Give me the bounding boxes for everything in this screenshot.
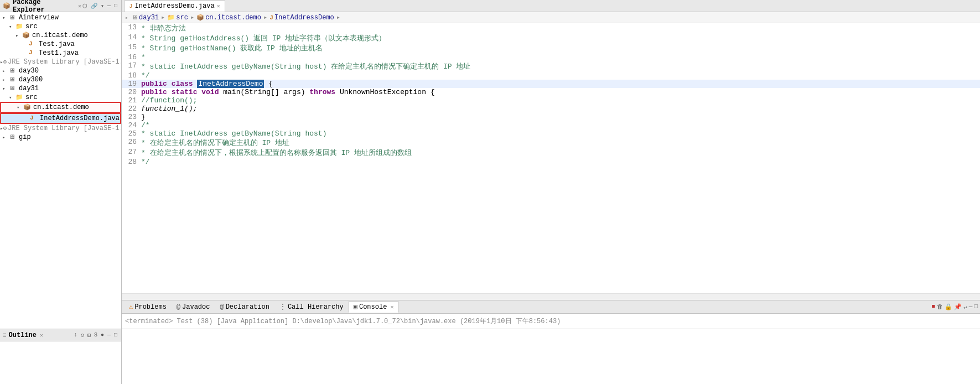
line-number: 24: [122, 121, 141, 129]
tree-label: JRE System Library [JavaSE-1.7]: [8, 58, 121, 66]
panel-title-icons: ⬡ 🔗 ▾ — □: [81, 2, 118, 10]
minimize-btn[interactable]: —: [106, 2, 112, 9]
breadcrumb-file[interactable]: InetAddressDemo: [274, 14, 334, 22]
outline-fields-btn[interactable]: ⊞: [86, 331, 92, 339]
line-number: 19: [122, 80, 141, 88]
tree-item-jre1[interactable]: ▸ ⚙ JRE System Library [JavaSE-1.7]: [0, 58, 121, 66]
java-file-icon: J: [30, 115, 39, 122]
tree-arrow: ▾: [2, 15, 9, 21]
scroll-lock-btn[interactable]: 🔒: [945, 303, 952, 310]
package-icon: 📦: [3, 2, 11, 9]
line-number: 26: [122, 138, 141, 148]
code-line-18: 18 */: [122, 71, 980, 80]
outline-titlebar: ≡ Outline ✕ ↕ ⊖ ⊞ S ● — □: [0, 329, 121, 341]
line-number: 14: [122, 33, 141, 43]
outline-close-icon[interactable]: ✕: [40, 332, 43, 339]
outline-static-btn[interactable]: S: [93, 331, 98, 339]
tree-item-cn-itcast-demo2-highlighted[interactable]: ▾ 📦 cn.itcast.demo: [0, 102, 121, 113]
tab-problems-label: Problems: [134, 303, 167, 311]
word-wrap-btn[interactable]: ↵: [963, 303, 967, 310]
tab-call-hierarchy[interactable]: ⋮ Call Hierarchy: [274, 301, 349, 313]
tree-arrow: ▸: [15, 33, 22, 39]
tree-item-inetaddressdemo[interactable]: ▸ J InetAddressDemo.java: [0, 113, 121, 124]
breadcrumb-pkg-icon: 📦: [196, 14, 204, 21]
code-content: *: [141, 53, 980, 61]
tab-javadoc[interactable]: @ Javadoc: [172, 302, 215, 313]
tree-item-day31[interactable]: ▾ 🖥 day31: [0, 84, 121, 93]
tree-arrow: ▸: [2, 134, 9, 141]
code-content: * 在给定主机名的情况下确定主机的 IP 地址: [141, 138, 980, 148]
outline-maximize-btn[interactable]: □: [113, 331, 118, 339]
tree-item-test1-java[interactable]: ▸ J Test1.java: [0, 49, 121, 58]
tree-label: Ainterview: [19, 14, 59, 22]
tree-label: src: [25, 94, 38, 101]
line-number: 13: [122, 23, 141, 33]
outline-nonpublic-btn[interactable]: ●: [100, 331, 105, 339]
horizontal-scrollbar[interactable]: [122, 293, 980, 300]
tree-item-src2[interactable]: ▾ 📁 src: [0, 93, 121, 102]
code-area[interactable]: 13 * 非静态方法 14 * String getHostAddress() …: [122, 23, 980, 293]
line-number: 28: [122, 158, 141, 166]
project-icon: 🖥: [9, 14, 18, 22]
tab-console[interactable]: ▣ Console ✕: [349, 301, 399, 313]
breadcrumb-day31[interactable]: day31: [139, 14, 159, 22]
outline-sort-btn[interactable]: ↕: [73, 331, 79, 339]
view-menu-btn[interactable]: ▾: [100, 2, 105, 10]
tree-item-ainterview[interactable]: ▾ 🖥 Ainterview: [0, 13, 121, 22]
tree-item-gip[interactable]: ▸ 🖥 gip: [0, 133, 121, 142]
breadcrumb-day31-icon: 🖥: [132, 14, 138, 21]
tree-item-day30[interactable]: ▸ 🖥 day30: [0, 66, 121, 75]
tree-label: day31: [19, 85, 39, 92]
folder-icon: 📁: [15, 23, 24, 30]
code-content: function_1();: [141, 105, 980, 113]
tree-label: src: [25, 23, 38, 30]
outline-filter-btn[interactable]: ⊖: [80, 331, 85, 339]
code-line-13: 13 * 非静态方法: [122, 23, 980, 33]
tab-close-btn[interactable]: ✕: [217, 3, 220, 9]
problems-icon: ⚠: [129, 303, 133, 311]
tree-item-cn-itcast-demo1[interactable]: ▸ 📦 cn.itcast.demo: [0, 31, 121, 40]
tree-label: day30: [19, 67, 39, 75]
line-number: 21: [122, 96, 141, 105]
tree-item-day300[interactable]: ▸ 🖥 day300: [0, 75, 121, 84]
code-content: * 在给定主机名的情况下，根据系统上配置的名称服务返回其 IP 地址所组成的数组: [141, 148, 980, 158]
breadcrumb-sep1: ▸: [161, 13, 165, 22]
bottom-tab-toolbar: ■ 🗑 🔒 📌 ↵ — □: [932, 303, 978, 310]
stop-btn[interactable]: ■: [932, 303, 936, 310]
code-line-24: 24 /*: [122, 121, 980, 129]
link-editor-btn[interactable]: 🔗: [90, 2, 98, 10]
package-icon: 📦: [23, 103, 32, 111]
bottom-tabs: ⚠ Problems @ Javadoc @ Declaration ⋮ Cal…: [122, 300, 980, 313]
editor-tab-inetaddressdemo[interactable]: J InetAddressDemo.java ✕: [124, 1, 225, 12]
maximize-view-btn[interactable]: □: [974, 303, 978, 310]
code-content: */: [141, 71, 980, 80]
minimize-view-btn[interactable]: —: [969, 303, 973, 310]
maximize-btn[interactable]: □: [113, 2, 118, 9]
line-number: 27: [122, 148, 141, 158]
tab-title: InetAddressDemo.java: [135, 2, 215, 10]
code-content: }: [141, 113, 980, 121]
tree-item-src1[interactable]: ▾ 📁 src: [0, 22, 121, 31]
line-number: 16: [122, 53, 141, 61]
code-line-19: 19 public class InetAddressDemo {: [122, 80, 980, 88]
code-content: * 非静态方法: [141, 23, 980, 33]
console-close-icon[interactable]: ✕: [390, 304, 393, 310]
code-line-14: 14 * String getHostAddress() 返回 IP 地址字符串…: [122, 33, 980, 43]
outline-minimize-btn[interactable]: —: [106, 331, 112, 339]
pin-btn[interactable]: 📌: [954, 303, 962, 310]
tab-console-label: Console: [359, 303, 387, 311]
breadcrumb-src[interactable]: src: [176, 14, 188, 22]
tab-declaration[interactable]: @ Declaration: [215, 302, 274, 313]
tab-problems[interactable]: ⚠ Problems: [124, 301, 172, 313]
code-content: * String getHostAddress() 返回 IP 地址字符串（以文…: [141, 33, 980, 43]
collapse-all-btn[interactable]: ⬡: [81, 2, 89, 10]
breadcrumb-pkg[interactable]: cn.itcast.demo: [205, 14, 261, 22]
tree-item-jre2[interactable]: ▸ ⚙ JRE System Library [JavaSE-1.7]: [0, 124, 121, 133]
project-icon: 🖥: [9, 76, 18, 84]
outline-panel-icons: ↕ ⊖ ⊞ S ● — □: [73, 331, 118, 339]
tree-item-test-java[interactable]: ▸ J Test.java: [0, 40, 121, 49]
clear-console-btn[interactable]: 🗑: [937, 303, 943, 310]
code-content: * static InetAddress getByName(String ho…: [141, 129, 980, 138]
code-content: /*: [141, 121, 980, 129]
declaration-icon: @: [220, 303, 224, 311]
